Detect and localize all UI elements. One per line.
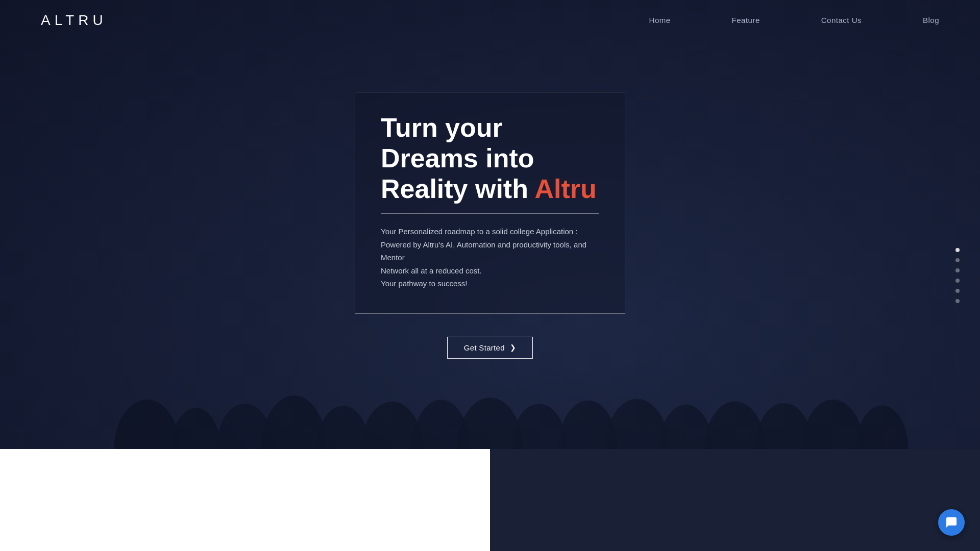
nav-link-feature[interactable]: Feature [732, 16, 760, 24]
nav-item-home[interactable]: Home [649, 16, 671, 25]
hero-desc-line4: Your pathway to success! [381, 279, 468, 288]
hero-title-highlight: Altru [534, 174, 596, 204]
chat-icon [945, 516, 958, 529]
nav-item-contact[interactable]: Contact Us [821, 16, 862, 25]
bottom-right-panel [490, 449, 980, 551]
nav-link-blog[interactable]: Blog [923, 16, 939, 24]
dot-3[interactable] [955, 268, 960, 272]
nav-link-home[interactable]: Home [649, 16, 671, 24]
dot-6[interactable] [955, 299, 960, 303]
nav-item-feature[interactable]: Feature [732, 16, 760, 25]
hero-title: Turn your Dreams into Reality with Altru [381, 113, 599, 204]
hero-title-line2: Dreams into [381, 143, 534, 173]
dot-2[interactable] [955, 258, 960, 262]
hero-description: Your Personalized roadmap to a solid col… [381, 225, 599, 290]
nav-item-blog[interactable]: Blog [923, 16, 939, 25]
navbar: ALTRU Home Feature Contact Us Blog [0, 0, 980, 41]
nav-link-contact[interactable]: Contact Us [821, 16, 862, 24]
dot-1[interactable] [955, 248, 960, 252]
logo[interactable]: ALTRU [41, 12, 107, 29]
dot-4[interactable] [955, 279, 960, 283]
dot-5[interactable] [955, 289, 960, 293]
cta-label: Get Started [464, 343, 505, 352]
get-started-button[interactable]: Get Started ❯ [447, 337, 533, 359]
hero-section: Turn your Dreams into Reality with Altru… [0, 41, 980, 449]
bottom-left-panel [0, 449, 490, 551]
hero-divider [381, 213, 599, 214]
chat-bubble-button[interactable] [938, 509, 965, 536]
side-dots-nav [955, 248, 960, 303]
cta-wrapper: Get Started ❯ [447, 337, 533, 359]
cta-arrow-icon: ❯ [510, 343, 516, 352]
hero-title-line1: Turn your [381, 113, 503, 142]
hero-desc-line2: Powered by Altru's AI, Automation and pr… [381, 240, 586, 262]
bottom-split [0, 449, 980, 551]
hero-desc-line3: Network all at a reduced cost. [381, 266, 482, 275]
hero-card: Turn your Dreams into Reality with Altru… [355, 92, 625, 314]
nav-links: Home Feature Contact Us Blog [649, 16, 939, 25]
hero-title-line3-prefix: Reality with [381, 174, 534, 204]
hero-desc-line1: Your Personalized roadmap to a solid col… [381, 227, 578, 236]
